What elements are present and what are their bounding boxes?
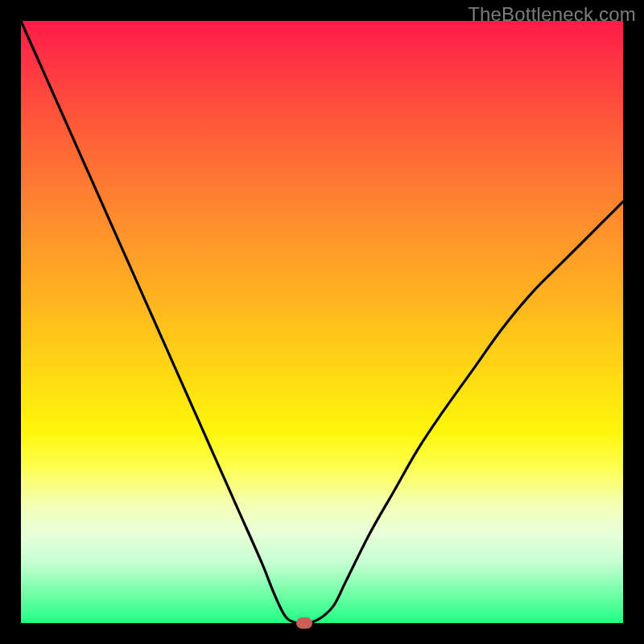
curve-svg (21, 21, 623, 623)
minimum-marker (296, 617, 312, 629)
chart-frame: TheBottleneck.com (0, 0, 644, 644)
watermark-text: TheBottleneck.com (468, 3, 636, 26)
plot-area (21, 21, 623, 623)
bottleneck-curve-path (21, 21, 623, 623)
